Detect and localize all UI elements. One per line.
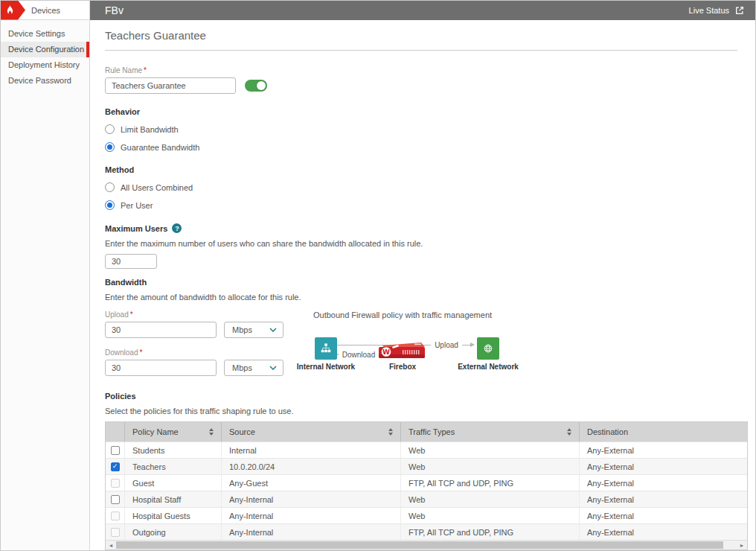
maximum-users-description: Enter the maximum number of users who ca…: [105, 239, 748, 248]
sidebar-item-device-password[interactable]: Device Password: [1, 73, 89, 89]
table-row: Students Internal Web Any-External: [106, 442, 747, 458]
firebox-label: Firebox: [389, 363, 416, 371]
sort-icon[interactable]: [388, 428, 393, 436]
radio-icon: [105, 182, 115, 192]
radio-label: All Users Combined: [121, 183, 193, 192]
maximum-users-input[interactable]: [105, 254, 157, 269]
column-label: Policy Name: [132, 427, 179, 436]
sidebar-nav: Device Settings Device Configuration Dep…: [1, 20, 89, 89]
rule-name-label: Rule Name*: [105, 66, 748, 74]
policy-name-cell: Hospital Staff: [125, 491, 222, 507]
policy-name-cell: Outgoing: [125, 524, 222, 540]
download-unit-select[interactable]: Mbps: [224, 360, 284, 376]
column-header-policy-name[interactable]: Policy Name: [125, 422, 222, 442]
table-row: Outgoing Any-Internal FTP, All TCP and U…: [106, 523, 747, 540]
upload-unit-select[interactable]: Mbps: [224, 322, 284, 338]
source-cell: Any-Internal: [222, 524, 401, 540]
source-cell: Internal: [222, 442, 401, 458]
traffic-types-cell: Web: [401, 459, 580, 474]
policy-checkbox[interactable]: [111, 479, 120, 488]
column-label: Traffic Types: [409, 427, 455, 436]
policy-checkbox[interactable]: [111, 512, 120, 520]
table-body: Students Internal Web Any-External Teach…: [106, 442, 747, 540]
radio-icon: [105, 124, 115, 134]
diagram-caption: Outbound Firewall policy with traffic ma…: [313, 310, 492, 319]
external-network-label: External Network: [458, 363, 519, 371]
flame-icon: [6, 5, 14, 15]
sidebar-item-device-configuration[interactable]: Device Configuration: [1, 42, 89, 57]
main-content: Teachers Guarantee Rule Name* Behavior L…: [90, 20, 756, 550]
source-cell: Any-Internal: [222, 508, 401, 523]
column-header-source[interactable]: Source: [222, 422, 401, 442]
sidebar-item-device-settings[interactable]: Device Settings: [1, 26, 89, 42]
column-header-traffic-types[interactable]: Traffic Types: [401, 422, 580, 442]
traffic-types-cell: FTP, All TCP and UDP, PING: [401, 475, 580, 491]
rule-enabled-toggle[interactable]: [245, 80, 267, 92]
internal-network-label: Internal Network: [297, 363, 355, 371]
sidebar-title: Devices: [31, 6, 60, 15]
bandwidth-heading: Bandwidth: [105, 278, 748, 287]
page-title: Teachers Guarantee: [105, 29, 737, 51]
sort-icon[interactable]: [567, 428, 571, 436]
internal-network-icon: [318, 340, 334, 357]
column-header-destination[interactable]: Destination: [580, 422, 747, 442]
radio-label: Per User: [121, 201, 153, 210]
scrollbar-thumb[interactable]: [116, 541, 723, 549]
source-cell: 10.0.20.0/24: [222, 459, 401, 474]
rule-name-input[interactable]: [105, 77, 236, 94]
scroll-left-arrow-icon[interactable]: ◄: [106, 541, 116, 550]
policies-heading: Policies: [105, 392, 748, 401]
radio-limit-bandwidth[interactable]: Limit Bandwidth: [105, 124, 748, 134]
table-row: Hospital Staff Any-Internal Web Any-Exte…: [106, 491, 747, 507]
rule-name-row: [105, 77, 748, 94]
upload-input[interactable]: [105, 322, 217, 338]
download-chip: Download: [339, 351, 379, 359]
chevron-down-icon: [269, 328, 277, 332]
policies-description: Select the policies for this traffic sha…: [105, 407, 748, 415]
destination-cell: Any-External: [580, 475, 747, 491]
radio-label: Guarantee Bandwidth: [121, 143, 199, 152]
upload-unit-value: Mbps: [232, 325, 252, 334]
help-icon[interactable]: ?: [172, 223, 182, 233]
traffic-types-cell: FTP, All TCP and UDP, PING: [401, 524, 580, 540]
watchguard-logo: [1, 1, 25, 20]
source-cell: Any-Guest: [222, 475, 401, 491]
required-marker: *: [130, 310, 133, 319]
bandwidth-fields: Upload* Mbps Download* Mbps Outbound Fir…: [105, 310, 748, 376]
device-name-title: FBv: [105, 4, 124, 16]
policy-checkbox[interactable]: [111, 462, 120, 471]
bandwidth-description: Enter the amount of bandwidth to allocat…: [105, 293, 748, 302]
table-header-row: Policy Name Source Traffic Types Destina…: [106, 422, 747, 442]
traffic-types-cell: Web: [401, 491, 580, 507]
firebox-appliance-image: W: [377, 340, 426, 360]
external-network-node: [477, 337, 499, 360]
required-marker: *: [144, 66, 147, 74]
table-row: Teachers 10.0.20.0/24 Web Any-External: [106, 458, 747, 474]
upload-arrowhead-icon: [470, 343, 475, 347]
sidebar-item-deployment-history[interactable]: Deployment History: [1, 57, 89, 73]
destination-cell: Any-External: [580, 524, 747, 540]
destination-cell: Any-External: [580, 459, 747, 474]
sort-icon[interactable]: [209, 428, 214, 436]
topbar: FBv Live Status: [90, 1, 755, 20]
live-status-link[interactable]: Live Status: [689, 5, 745, 16]
radio-per-user[interactable]: Per User: [105, 200, 748, 210]
sidebar: Devices Device Settings Device Configura…: [1, 1, 90, 550]
horizontal-scrollbar: ◄ ►: [106, 540, 747, 550]
policy-name-cell: Students: [125, 442, 222, 458]
behavior-heading: Behavior: [105, 107, 748, 116]
download-input[interactable]: [105, 360, 217, 376]
radio-all-users-combined[interactable]: All Users Combined: [105, 182, 748, 192]
policy-checkbox[interactable]: [111, 446, 120, 455]
scrollbar-track[interactable]: [116, 541, 737, 550]
policy-checkbox[interactable]: [111, 528, 120, 537]
policy-checkbox[interactable]: [111, 495, 120, 504]
app-window: Devices Device Settings Device Configura…: [0, 0, 756, 551]
traffic-types-cell: Web: [401, 442, 580, 458]
radio-label: Limit Bandwidth: [121, 125, 179, 134]
scroll-right-arrow-icon[interactable]: ►: [737, 541, 747, 550]
radio-guarantee-bandwidth[interactable]: Guarantee Bandwidth: [105, 142, 748, 152]
required-marker: *: [139, 348, 142, 357]
live-status-label: Live Status: [689, 6, 729, 15]
internal-network-node: [315, 337, 337, 360]
